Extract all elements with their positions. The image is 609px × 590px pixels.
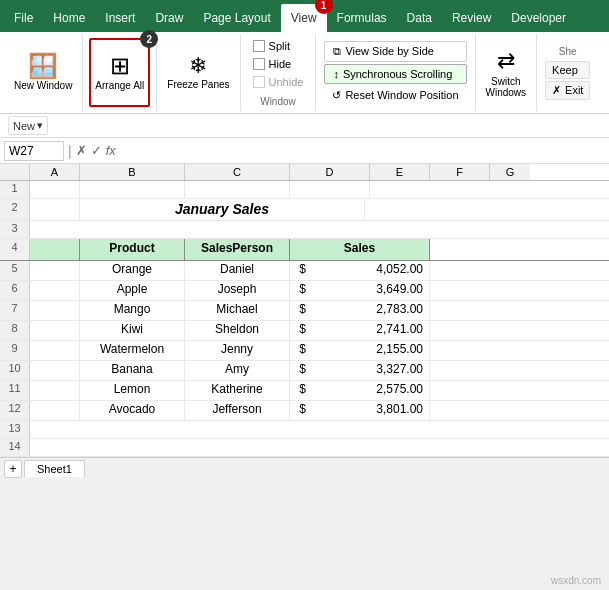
tab-draw[interactable]: Draw [145, 4, 193, 32]
tab-formulas[interactable]: Formulas [327, 4, 397, 32]
cell-a2[interactable] [30, 199, 80, 220]
cell-d1[interactable] [290, 181, 370, 198]
col-header-b[interactable]: B [80, 164, 185, 180]
data-rows: 5 Orange Daniel $ 4,052.00 6 Apple Josep… [0, 261, 609, 421]
col-header-c[interactable]: C [185, 164, 290, 180]
cell-e7[interactable] [430, 301, 490, 320]
cell-b2-title[interactable]: January Sales [80, 199, 365, 220]
tab-review[interactable]: Review [442, 4, 501, 32]
exit-button[interactable]: ✗ Exit [545, 81, 590, 100]
cell-c7[interactable]: Michael [185, 301, 290, 320]
tab-developer[interactable]: Developer [501, 4, 576, 32]
cell-a5[interactable] [30, 261, 80, 280]
cell-a10[interactable] [30, 361, 80, 380]
header-product[interactable]: Product [80, 239, 185, 260]
cell-c5[interactable]: Daniel [185, 261, 290, 280]
col-header-g[interactable]: G [490, 164, 530, 180]
cell-d10-dollar[interactable]: $ [290, 361, 315, 380]
watermark: wsxdn.com [551, 575, 601, 586]
header-salesperson[interactable]: SalesPerson [185, 239, 290, 260]
cell-d6-dollar[interactable]: $ [290, 281, 315, 300]
add-sheet-button[interactable]: + [4, 460, 22, 478]
cell-b11[interactable]: Lemon [80, 381, 185, 400]
cell-c8[interactable]: Sheldon [185, 321, 290, 340]
confirm-icon[interactable]: ✓ [91, 143, 102, 158]
tab-file[interactable]: File [4, 4, 43, 32]
reset-position-button[interactable]: ↺ Reset Window Position [324, 86, 466, 105]
sheet-tab-1[interactable]: Sheet1 [24, 460, 85, 477]
hide-button[interactable]: Hide [249, 56, 308, 72]
switch-windows-button[interactable]: ⇄ SwitchWindows [482, 38, 531, 107]
cell-e10[interactable] [430, 361, 490, 380]
col-header-e[interactable]: E [370, 164, 430, 180]
cell-a1[interactable] [30, 181, 80, 198]
cell-b12[interactable]: Avocado [80, 401, 185, 420]
cell-d8-value[interactable]: 2,741.00 [315, 321, 430, 340]
cell-c6[interactable]: Joseph [185, 281, 290, 300]
cell-a11[interactable] [30, 381, 80, 400]
cell-d9-dollar[interactable]: $ [290, 341, 315, 360]
cell-e12[interactable] [430, 401, 490, 420]
cell-e9[interactable] [430, 341, 490, 360]
cancel-icon[interactable]: ✗ [76, 143, 87, 158]
cell-e8[interactable] [430, 321, 490, 340]
cell-b7[interactable]: Mango [80, 301, 185, 320]
cell-d10-value[interactable]: 3,327.00 [315, 361, 430, 380]
cell-d11-dollar[interactable]: $ [290, 381, 315, 400]
cell-d6-value[interactable]: 3,649.00 [315, 281, 430, 300]
cell-d12-value[interactable]: 3,801.00 [315, 401, 430, 420]
cell-e11[interactable] [430, 381, 490, 400]
cell-d7-value[interactable]: 2,783.00 [315, 301, 430, 320]
col-header-d[interactable]: D [290, 164, 370, 180]
cell-a4[interactable] [30, 239, 80, 260]
cell-a8[interactable] [30, 321, 80, 340]
cell-a9[interactable] [30, 341, 80, 360]
tab-insert[interactable]: Insert [95, 4, 145, 32]
cell-e1[interactable] [370, 181, 430, 198]
cell-d7-dollar[interactable]: $ [290, 301, 315, 320]
cell-e6[interactable] [430, 281, 490, 300]
cell-b10[interactable]: Banana [80, 361, 185, 380]
unhide-button[interactable]: Unhide [249, 74, 308, 90]
cell-d5-dollar[interactable]: $ [290, 261, 315, 280]
new-quick-button[interactable]: New ▾ [8, 116, 48, 135]
cell-d5-value[interactable]: 4,052.00 [315, 261, 430, 280]
cell-a12[interactable] [30, 401, 80, 420]
cell-c12[interactable]: Jefferson [185, 401, 290, 420]
cell-d2[interactable] [365, 199, 445, 220]
new-window-button[interactable]: 🪟 New Window [10, 38, 76, 107]
col-header-f[interactable]: F [430, 164, 490, 180]
keep-button[interactable]: Keep [545, 61, 590, 79]
header-sales[interactable]: Sales [290, 239, 430, 260]
cell-d9-value[interactable]: 2,155.00 [315, 341, 430, 360]
arrange-all-button[interactable]: ⊞ Arrange All 2 [89, 38, 150, 107]
cell-c11[interactable]: Katherine [185, 381, 290, 400]
view-side-by-side-button[interactable]: ⧉ View Side by Side [324, 41, 466, 62]
cell-d8-dollar[interactable]: $ [290, 321, 315, 340]
cell-c9[interactable]: Jenny [185, 341, 290, 360]
formula-input[interactable] [120, 144, 605, 158]
cell-b5[interactable]: Orange [80, 261, 185, 280]
cell-e5[interactable] [430, 261, 490, 280]
cell-b9[interactable]: Watermelon [80, 341, 185, 360]
cell-b6[interactable]: Apple [80, 281, 185, 300]
cell-reference-box[interactable]: W27 [4, 141, 64, 161]
cell-a6[interactable] [30, 281, 80, 300]
tab-data[interactable]: Data [397, 4, 442, 32]
cell-b8[interactable]: Kiwi [80, 321, 185, 340]
cell-b1[interactable] [80, 181, 185, 198]
cell-d11-value[interactable]: 2,575.00 [315, 381, 430, 400]
cell-c10[interactable]: Amy [185, 361, 290, 380]
cell-d12-dollar[interactable]: $ [290, 401, 315, 420]
freeze-panes-button[interactable]: ❄ Freeze Panes [163, 38, 233, 107]
cell-f4[interactable] [430, 239, 490, 260]
col-header-a[interactable]: A [30, 164, 80, 180]
split-button[interactable]: Split [249, 38, 308, 54]
sync-scrolling-button[interactable]: ↕ Synchronous Scrolling [324, 64, 466, 84]
tab-view[interactable]: View 1 [281, 4, 327, 32]
cell-a7[interactable] [30, 301, 80, 320]
tab-home[interactable]: Home [43, 4, 95, 32]
tab-page-layout[interactable]: Page Layout [193, 4, 280, 32]
fx-icon[interactable]: fx [106, 143, 116, 158]
cell-c1[interactable] [185, 181, 290, 198]
